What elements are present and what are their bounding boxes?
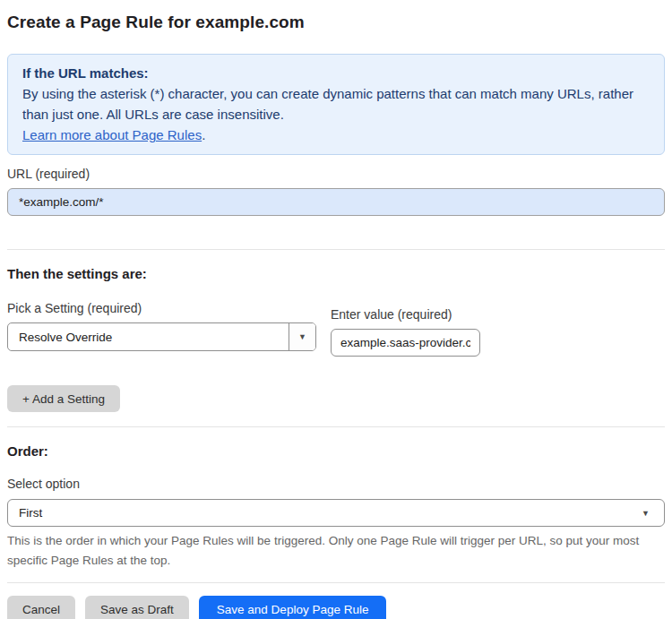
dropdown-arrow-box: ▼	[289, 323, 315, 350]
url-field-label: URL (required)	[7, 167, 665, 181]
order-select-label: Select option	[7, 477, 665, 491]
info-box-body: By using the asterisk (*) character, you…	[22, 83, 650, 125]
page-title: Create a Page Rule for example.com	[7, 13, 665, 32]
setting-value-input[interactable]	[331, 329, 480, 357]
chevron-down-icon: ▼	[642, 500, 664, 526]
pick-setting-label: Pick a Setting (required)	[7, 301, 316, 315]
pick-setting-selected-value: Resolve Override	[8, 323, 289, 350]
pick-setting-column: Pick a Setting (required) Resolve Overri…	[7, 301, 316, 357]
enter-value-label: Enter value (required)	[331, 307, 480, 322]
pick-setting-select[interactable]: Resolve Override ▼	[7, 322, 316, 351]
link-period: .	[202, 127, 205, 142]
info-box-heading: If the URL matches:	[22, 63, 650, 83]
url-match-info-box: If the URL matches: By using the asteris…	[7, 54, 665, 155]
footer-actions: Cancel Save as Draft Save and Deploy Pag…	[7, 596, 665, 619]
enter-value-column: Enter value (required)	[331, 307, 480, 357]
section-divider	[7, 426, 665, 427]
learn-more-page-rules-link[interactable]: Learn more about Page Rules	[22, 127, 202, 142]
section-divider	[7, 249, 665, 250]
footer-divider	[7, 582, 665, 583]
create-page-rule-form: Create a Page Rule for example.com If th…	[0, 13, 672, 619]
chevron-down-icon: ▼	[298, 332, 306, 341]
order-section-heading: Order:	[7, 443, 665, 459]
url-input[interactable]	[7, 188, 665, 216]
cancel-button[interactable]: Cancel	[7, 596, 75, 619]
order-selected-value: First	[8, 500, 642, 526]
settings-section-heading: Then the settings are:	[7, 266, 665, 281]
order-select[interactable]: First ▼	[7, 499, 665, 527]
info-box-link-row: Learn more about Page Rules.	[22, 125, 650, 145]
setting-row: Pick a Setting (required) Resolve Overri…	[7, 301, 665, 357]
save-and-deploy-button[interactable]: Save and Deploy Page Rule	[199, 596, 387, 619]
order-help-text: This is the order in which your Page Rul…	[7, 531, 665, 571]
save-as-draft-button[interactable]: Save as Draft	[85, 596, 189, 619]
add-setting-button[interactable]: + Add a Setting	[7, 385, 120, 412]
